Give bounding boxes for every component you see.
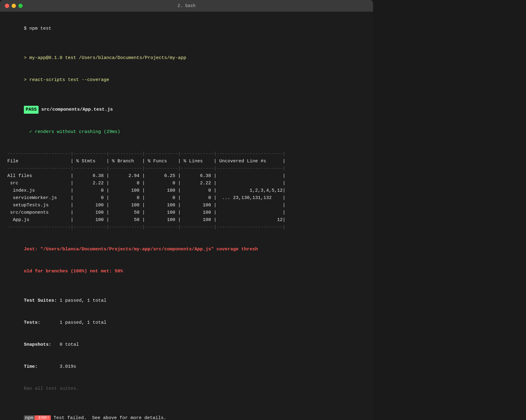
test-result-line: ✓ renders without crashing (29ms) <box>7 121 366 143</box>
table-row-appjs: App.js | 100 | 50 | 100 | 100 | 12| <box>7 216 366 224</box>
blank-line-5 <box>7 282 366 290</box>
run-output-2: > react-scripts test --coverage <box>7 69 366 91</box>
blank-line-1 <box>7 40 366 47</box>
snapshots-label: Snapshots: <box>24 342 57 347</box>
blank-line-4 <box>7 231 366 238</box>
blank-line-3 <box>7 143 366 150</box>
terminal-body[interactable]: $ npm test > my-app@0.1.0 test /Users/bl… <box>0 12 373 420</box>
table-divider-1: -----------------------|------------|---… <box>7 150 366 158</box>
blank-line-2 <box>7 91 366 98</box>
close-button[interactable] <box>5 4 9 8</box>
table-row-src: src | 2.22 | 0 | 0 | 2.22 | | <box>7 180 366 187</box>
pass-file: src/components/App.test.js <box>39 107 113 112</box>
table-row-indexjs: index.js | 0 | 100 | 100 | 0 | 1,2,3,4,5… <box>7 187 366 194</box>
table-row-setuptests: setupTests.js | 100 | 100 | 100 | 100 | … <box>7 202 366 209</box>
npm-badge: npm <box>24 415 35 420</box>
ran-all-line: Ran all test suites. <box>7 378 366 400</box>
time-line: Time: 3.019s <box>7 356 366 378</box>
pass-line: PASS src/components/App.test.js <box>7 98 366 121</box>
jest-error-1: Jest: "/Users/blanca/Documents/Projects/… <box>7 238 366 260</box>
table-row-allfiles: All files | 6.38 | 2.94 | 6.25 | 6.38 | … <box>7 172 366 180</box>
maximize-button[interactable] <box>18 4 23 8</box>
suites-val: 1 passed <box>57 298 82 303</box>
snapshots-line: Snapshots: 0 total <box>7 334 366 356</box>
time-label: Time: <box>24 364 57 369</box>
window-title: 2. bash <box>178 3 196 8</box>
blank-line-6 <box>7 400 366 407</box>
titlebar: 2. bash <box>0 0 373 12</box>
tests-line: Tests: 1 passed, 1 total <box>7 312 366 334</box>
traffic-lights <box>5 4 23 8</box>
table-row-serviceworker: serviceWorker.js | 0 | 0 | 0 | 0 | ... 2… <box>7 194 366 202</box>
table-divider-2: -----------------------|------------|---… <box>7 165 366 172</box>
suites-label: Test Suites: <box>24 298 57 303</box>
tests-label: Tests: <box>24 320 57 325</box>
pass-badge: PASS <box>24 106 39 114</box>
test-suites-line: Test Suites: 1 passed, 1 total <box>7 290 366 312</box>
tests-val: 1 passed <box>57 320 82 325</box>
err-msg: Test failed. See above for more details. <box>51 415 166 420</box>
terminal-window: 2. bash $ npm test > my-app@0.1.0 test /… <box>0 0 373 420</box>
err-badge: ERR! <box>35 415 51 420</box>
table-divider-3: -----------------------|------------|---… <box>7 224 366 231</box>
jest-error-2: old for branches (100%) not met: 50% <box>7 260 366 282</box>
snapshots-val: 0 total <box>57 342 79 347</box>
npm-err-line: npm ERR! Test failed. See above for more… <box>7 407 366 420</box>
time-val: 3.019s <box>57 364 76 369</box>
npm-test-command: $ npm test <box>7 18 366 40</box>
run-output-1: > my-app@0.1.0 test /Users/blanca/Docume… <box>7 47 366 69</box>
table-header: File | % Stmts | % Branch | % Funcs | % … <box>7 158 366 165</box>
table-row-srccomponents: src/components | 100 | 50 | 100 | 100 | … <box>7 209 366 216</box>
minimize-button[interactable] <box>12 4 16 8</box>
